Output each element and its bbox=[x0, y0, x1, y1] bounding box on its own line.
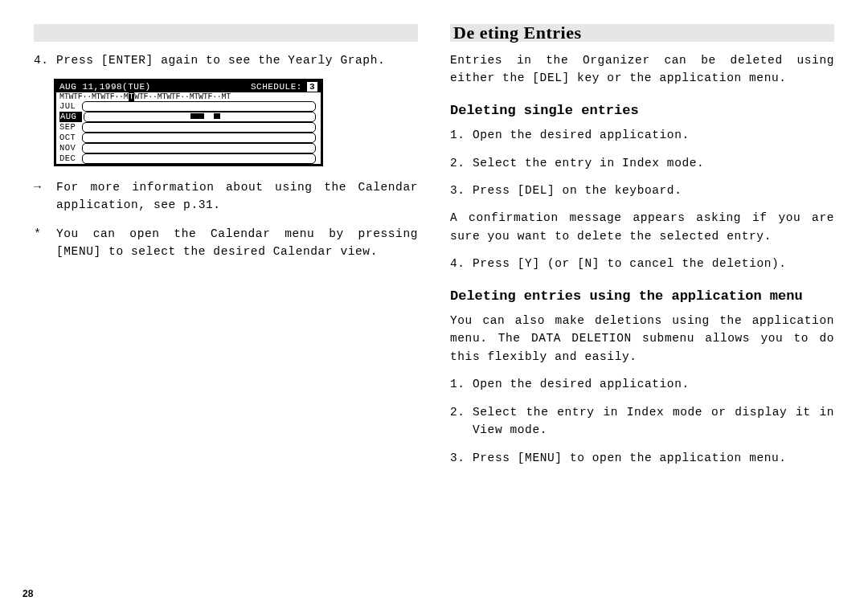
text: Press [DEL] on the keyboard. bbox=[473, 182, 834, 199]
confirm-paragraph: A confirmation message appears asking if… bbox=[450, 209, 834, 245]
right-column: De eting Entries Entries in the Organize… bbox=[450, 24, 834, 609]
section-title: De eting Entries bbox=[450, 24, 834, 42]
left-column: 4. Press [ENTER] again to see the Yearly… bbox=[34, 24, 418, 609]
lcd-day-row: MTWTF··MTWTF··MTWTF··MTWTF··MTWTF··MT bbox=[56, 92, 321, 101]
step-4: 4. Press [ENTER] again to see the Yearly… bbox=[34, 51, 418, 69]
marker: 1. bbox=[450, 126, 473, 144]
left-gray-strip bbox=[34, 24, 418, 42]
marker: 3. bbox=[450, 182, 473, 199]
menu-intro: You can also make deletions using the ap… bbox=[450, 312, 834, 366]
lcd-days-b: WTF··MTWTF··MTWTF··MT bbox=[134, 92, 231, 101]
lcd-row-sep: SEP bbox=[56, 122, 321, 133]
menu-step-1: 1. Open the desired application. bbox=[450, 375, 834, 393]
menu-step-3: 3. Press [MENU] to open the application … bbox=[450, 449, 834, 467]
lcd-date: AUG 11,1998(TUE) bbox=[59, 82, 151, 92]
intro-paragraph: Entries in the Organizer can be deleted … bbox=[450, 51, 834, 88]
marker: 4. bbox=[450, 255, 473, 272]
lcd-mon: JUL bbox=[59, 101, 80, 112]
lcd-row-jul: JUL bbox=[56, 101, 321, 112]
lcd-row-nov: NOV bbox=[56, 143, 321, 153]
lcd-mon: NOV bbox=[59, 143, 80, 153]
single-step-2: 2. Select the entry in Index mode. bbox=[450, 154, 834, 172]
marker: 1. bbox=[450, 375, 473, 393]
yearly-graph-lcd: AUG 11,1998(TUE) SCHEDULE: 3 MTWTF··MTWT… bbox=[54, 79, 323, 166]
marker: 2. bbox=[450, 403, 473, 439]
lcd-mon: AUG bbox=[59, 112, 82, 122]
page: 4. Press [ENTER] again to see the Yearly… bbox=[0, 0, 868, 609]
lcd-mon: DEC bbox=[59, 153, 80, 164]
text: Press [Y] (or [N] to cancel the deletion… bbox=[473, 255, 834, 272]
note-arrow-text: For more information about using the Cal… bbox=[56, 179, 418, 215]
arrow-icon: → bbox=[34, 179, 56, 215]
lcd-mon: SEP bbox=[59, 122, 80, 133]
text: Select the entry in Index mode. bbox=[473, 154, 834, 172]
lcd-schedule-label: SCHEDULE: bbox=[251, 82, 302, 92]
single-step-4: 4. Press [Y] (or [N] to cancel the delet… bbox=[450, 255, 834, 272]
lcd-row-dec: DEC bbox=[56, 153, 321, 164]
subhead-menu: Deleting entries using the application m… bbox=[450, 288, 834, 305]
text: Select the entry in Index mode or displa… bbox=[473, 403, 834, 439]
text: Open the desired application. bbox=[473, 375, 834, 393]
single-step-3: 3. Press [DEL] on the keyboard. bbox=[450, 182, 834, 199]
marker: 3. bbox=[450, 449, 473, 467]
lcd-header: AUG 11,1998(TUE) SCHEDULE: 3 bbox=[56, 81, 321, 92]
text: Press [MENU] to open the application men… bbox=[473, 449, 834, 467]
note-star-text: You can open the Calendar menu by pressi… bbox=[56, 226, 418, 261]
lcd-row-oct: OCT bbox=[56, 133, 321, 143]
step-4-marker: 4. bbox=[34, 51, 56, 69]
asterisk-icon: * bbox=[34, 226, 56, 261]
lcd-row-aug: AUG bbox=[56, 112, 321, 122]
note-arrow: → For more information about using the C… bbox=[34, 179, 418, 215]
lcd-mon: OCT bbox=[59, 133, 80, 143]
page-number: 28 bbox=[23, 588, 33, 599]
single-step-1: 1. Open the desired application. bbox=[450, 126, 834, 144]
lcd-schedule-count: 3 bbox=[307, 82, 317, 92]
menu-step-2: 2. Select the entry in Index mode or dis… bbox=[450, 403, 834, 439]
marker: 2. bbox=[450, 154, 473, 172]
text: Open the desired application. bbox=[473, 126, 834, 144]
subhead-single: Deleting single entries bbox=[450, 102, 834, 120]
lcd-days-a: MTWTF··MTWTF··M bbox=[59, 92, 129, 101]
step-4-text: Press [ENTER] again to see the Yearly Gr… bbox=[56, 51, 418, 69]
note-star: * You can open the Calendar menu by pres… bbox=[34, 226, 418, 261]
